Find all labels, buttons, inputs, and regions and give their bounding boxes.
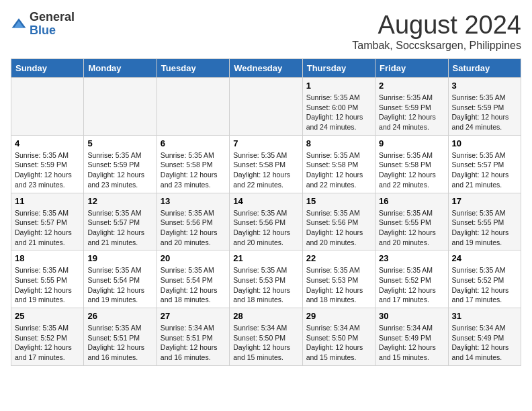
day-number: 26 — [87, 311, 152, 321]
col-header-saturday: Saturday — [448, 59, 521, 78]
day-info: Sunrise: 5:35 AM Sunset: 5:58 PM Dayligh… — [379, 150, 444, 190]
day-info: Sunrise: 5:35 AM Sunset: 6:00 PM Dayligh… — [306, 93, 371, 132]
calendar-cell: 31Sunrise: 5:34 AM Sunset: 5:49 PM Dayli… — [448, 308, 521, 366]
month-year-title: August 2024 — [352, 11, 521, 40]
day-info: Sunrise: 5:35 AM Sunset: 5:58 PM Dayligh… — [161, 150, 226, 190]
col-header-tuesday: Tuesday — [157, 59, 229, 78]
day-number: 30 — [379, 311, 444, 321]
calendar-table: SundayMondayTuesdayWednesdayThursdayFrid… — [11, 58, 521, 366]
calendar-cell: 21Sunrise: 5:35 AM Sunset: 5:53 PM Dayli… — [230, 250, 302, 308]
day-info: Sunrise: 5:34 AM Sunset: 5:51 PM Dayligh… — [161, 323, 226, 363]
day-info: Sunrise: 5:34 AM Sunset: 5:50 PM Dayligh… — [306, 323, 371, 363]
calendar-week-row: 11Sunrise: 5:35 AM Sunset: 5:57 PM Dayli… — [11, 193, 521, 250]
day-number: 2 — [379, 81, 444, 91]
calendar-cell: 17Sunrise: 5:35 AM Sunset: 5:55 PM Dayli… — [448, 193, 521, 250]
calendar-cell: 9Sunrise: 5:35 AM Sunset: 5:58 PM Daylig… — [375, 135, 448, 193]
day-number: 22 — [306, 253, 371, 263]
day-info: Sunrise: 5:35 AM Sunset: 5:59 PM Dayligh… — [87, 150, 152, 190]
day-number: 6 — [161, 138, 226, 148]
day-number: 20 — [161, 253, 226, 263]
day-number: 14 — [233, 196, 298, 206]
day-info: Sunrise: 5:34 AM Sunset: 5:49 PM Dayligh… — [379, 323, 444, 363]
calendar-cell: 24Sunrise: 5:35 AM Sunset: 5:52 PM Dayli… — [448, 250, 521, 308]
calendar-cell: 7Sunrise: 5:35 AM Sunset: 5:58 PM Daylig… — [230, 135, 302, 193]
title-block: August 2024 Tambak, Soccsksargen, Philip… — [352, 11, 521, 52]
day-number: 13 — [161, 196, 226, 206]
calendar-cell — [157, 78, 229, 136]
day-info: Sunrise: 5:35 AM Sunset: 5:52 PM Dayligh… — [452, 265, 517, 305]
calendar-cell: 19Sunrise: 5:35 AM Sunset: 5:54 PM Dayli… — [84, 250, 157, 308]
calendar-cell: 10Sunrise: 5:35 AM Sunset: 5:57 PM Dayli… — [448, 135, 521, 193]
calendar-cell: 11Sunrise: 5:35 AM Sunset: 5:57 PM Dayli… — [11, 193, 84, 250]
location-subtitle: Tambak, Soccsksargen, Philippines — [352, 40, 521, 52]
day-number: 24 — [452, 253, 517, 263]
day-number: 23 — [379, 253, 444, 263]
calendar-cell: 27Sunrise: 5:34 AM Sunset: 5:51 PM Dayli… — [157, 308, 229, 366]
day-number: 12 — [87, 196, 152, 206]
day-info: Sunrise: 5:34 AM Sunset: 5:49 PM Dayligh… — [452, 323, 517, 363]
calendar-cell: 22Sunrise: 5:35 AM Sunset: 5:53 PM Dayli… — [302, 250, 375, 308]
calendar-cell: 3Sunrise: 5:35 AM Sunset: 5:59 PM Daylig… — [448, 78, 521, 136]
day-info: Sunrise: 5:35 AM Sunset: 5:58 PM Dayligh… — [233, 150, 298, 190]
day-info: Sunrise: 5:35 AM Sunset: 5:55 PM Dayligh… — [15, 265, 80, 305]
calendar-cell: 25Sunrise: 5:35 AM Sunset: 5:52 PM Dayli… — [11, 308, 84, 366]
day-info: Sunrise: 5:35 AM Sunset: 5:53 PM Dayligh… — [306, 265, 371, 305]
calendar-week-row: 4Sunrise: 5:35 AM Sunset: 5:59 PM Daylig… — [11, 135, 521, 193]
calendar-cell: 8Sunrise: 5:35 AM Sunset: 5:58 PM Daylig… — [302, 135, 375, 193]
day-info: Sunrise: 5:34 AM Sunset: 5:50 PM Dayligh… — [233, 323, 298, 363]
day-number: 5 — [87, 138, 152, 148]
calendar-week-row: 25Sunrise: 5:35 AM Sunset: 5:52 PM Dayli… — [11, 308, 521, 366]
day-number: 9 — [379, 138, 444, 148]
logo-icon — [11, 16, 27, 32]
day-number: 10 — [452, 138, 517, 148]
day-info: Sunrise: 5:35 AM Sunset: 5:57 PM Dayligh… — [452, 150, 517, 190]
calendar-cell: 4Sunrise: 5:35 AM Sunset: 5:59 PM Daylig… — [11, 135, 84, 193]
col-header-wednesday: Wednesday — [230, 59, 302, 78]
logo-general-text: General — [30, 10, 75, 24]
calendar-cell: 28Sunrise: 5:34 AM Sunset: 5:50 PM Dayli… — [230, 308, 302, 366]
day-number: 11 — [15, 196, 80, 206]
calendar-cell — [11, 78, 84, 136]
day-number: 19 — [87, 253, 152, 263]
day-info: Sunrise: 5:35 AM Sunset: 5:56 PM Dayligh… — [233, 208, 298, 248]
day-number: 1 — [306, 81, 371, 91]
day-info: Sunrise: 5:35 AM Sunset: 5:58 PM Dayligh… — [306, 150, 371, 190]
day-number: 29 — [306, 311, 371, 321]
day-info: Sunrise: 5:35 AM Sunset: 5:59 PM Dayligh… — [15, 150, 80, 190]
calendar-cell: 6Sunrise: 5:35 AM Sunset: 5:58 PM Daylig… — [157, 135, 229, 193]
calendar-cell: 1Sunrise: 5:35 AM Sunset: 6:00 PM Daylig… — [302, 78, 375, 136]
calendar-cell: 5Sunrise: 5:35 AM Sunset: 5:59 PM Daylig… — [84, 135, 157, 193]
day-number: 4 — [15, 138, 80, 148]
calendar-cell: 13Sunrise: 5:35 AM Sunset: 5:56 PM Dayli… — [157, 193, 229, 250]
col-header-sunday: Sunday — [11, 59, 84, 78]
calendar-week-row: 1Sunrise: 5:35 AM Sunset: 6:00 PM Daylig… — [11, 78, 521, 136]
col-header-friday: Friday — [375, 59, 448, 78]
day-info: Sunrise: 5:35 AM Sunset: 5:54 PM Dayligh… — [87, 265, 152, 305]
day-number: 31 — [452, 311, 517, 321]
day-info: Sunrise: 5:35 AM Sunset: 5:51 PM Dayligh… — [87, 323, 152, 363]
logo-blue-text: Blue — [30, 24, 56, 37]
calendar-cell: 14Sunrise: 5:35 AM Sunset: 5:56 PM Dayli… — [230, 193, 302, 250]
day-info: Sunrise: 5:35 AM Sunset: 5:57 PM Dayligh… — [15, 208, 80, 248]
calendar-cell: 16Sunrise: 5:35 AM Sunset: 5:55 PM Dayli… — [375, 193, 448, 250]
day-number: 27 — [161, 311, 226, 321]
calendar-header-row: SundayMondayTuesdayWednesdayThursdayFrid… — [11, 59, 521, 78]
day-number: 7 — [233, 138, 298, 148]
day-info: Sunrise: 5:35 AM Sunset: 5:59 PM Dayligh… — [452, 93, 517, 132]
day-number: 15 — [306, 196, 371, 206]
day-info: Sunrise: 5:35 AM Sunset: 5:57 PM Dayligh… — [87, 208, 152, 248]
day-number: 8 — [306, 138, 371, 148]
calendar-cell: 18Sunrise: 5:35 AM Sunset: 5:55 PM Dayli… — [11, 250, 84, 308]
day-number: 21 — [233, 253, 298, 263]
logo: General Blue — [11, 11, 75, 38]
day-number: 16 — [379, 196, 444, 206]
page-header: General Blue August 2024 Tambak, Soccsks… — [11, 11, 521, 52]
calendar-cell: 20Sunrise: 5:35 AM Sunset: 5:54 PM Dayli… — [157, 250, 229, 308]
calendar-week-row: 18Sunrise: 5:35 AM Sunset: 5:55 PM Dayli… — [11, 250, 521, 308]
day-info: Sunrise: 5:35 AM Sunset: 5:52 PM Dayligh… — [15, 323, 80, 363]
calendar-cell: 12Sunrise: 5:35 AM Sunset: 5:57 PM Dayli… — [84, 193, 157, 250]
calendar-cell: 2Sunrise: 5:35 AM Sunset: 5:59 PM Daylig… — [375, 78, 448, 136]
calendar-cell — [230, 78, 302, 136]
day-number: 25 — [15, 311, 80, 321]
day-info: Sunrise: 5:35 AM Sunset: 5:55 PM Dayligh… — [379, 208, 444, 248]
